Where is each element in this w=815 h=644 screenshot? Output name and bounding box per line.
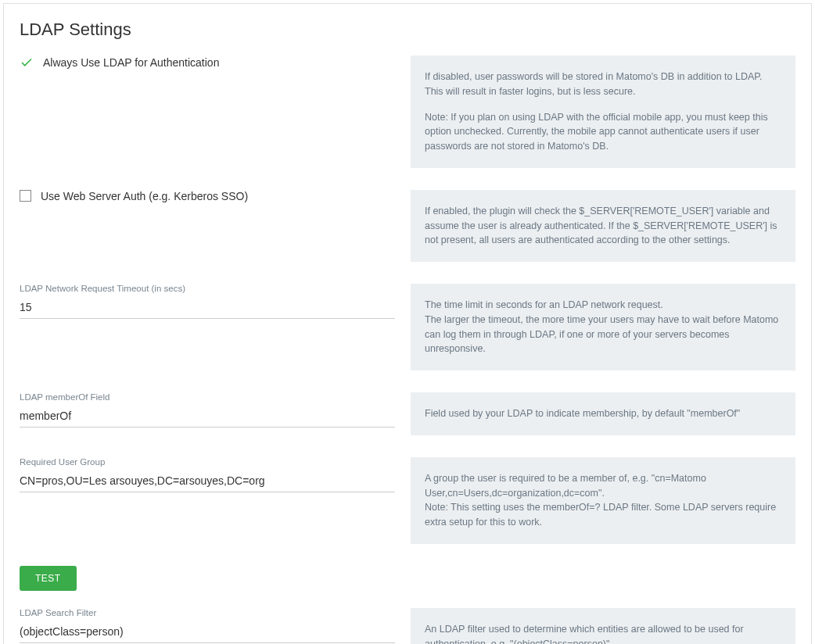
memberof-help: Field used by your LDAP to indicate memb…: [411, 392, 795, 435]
page-title: LDAP Settings: [20, 20, 795, 40]
checkbox-empty-icon: [20, 190, 31, 202]
search-filter-help: An LDAP filter used to determine which e…: [411, 608, 795, 644]
always-ldap-help: If disabled, user passwords will be stor…: [411, 55, 795, 168]
row-web-server-auth: Use Web Server Auth (e.g. Kerberos SSO) …: [20, 190, 795, 262]
row-memberof: LDAP memberOf Field Field used by your L…: [20, 392, 795, 435]
checkmark-icon: [20, 55, 34, 70]
web-server-auth-help: If enabled, the plugin will check the $_…: [411, 190, 795, 262]
required-group-help: A group the user is required to be a mem…: [411, 457, 795, 544]
settings-panel: LDAP Settings Always Use LDAP for Authen…: [3, 3, 812, 644]
always-ldap-label: Always Use LDAP for Authentication: [43, 56, 219, 69]
row-required-group: Required User Group A group the user is …: [20, 457, 795, 544]
always-ldap-toggle[interactable]: Always Use LDAP for Authentication: [20, 55, 395, 70]
search-filter-input[interactable]: [20, 622, 395, 643]
row-always-ldap: Always Use LDAP for Authentication If di…: [20, 55, 795, 168]
web-server-auth-label: Use Web Server Auth (e.g. Kerberos SSO): [41, 190, 248, 202]
timeout-label: LDAP Network Request Timeout (in secs): [20, 284, 395, 293]
required-group-input[interactable]: [20, 471, 395, 492]
test-button-group[interactable]: TEST: [20, 566, 77, 591]
search-filter-label: LDAP Search Filter: [20, 608, 395, 617]
row-search-filter: LDAP Search Filter An LDAP filter used t…: [20, 608, 795, 644]
memberof-label: LDAP memberOf Field: [20, 392, 395, 402]
web-server-auth-toggle[interactable]: Use Web Server Auth (e.g. Kerberos SSO): [20, 190, 395, 202]
memberof-input[interactable]: [20, 406, 395, 428]
required-group-label: Required User Group: [20, 457, 395, 467]
timeout-input[interactable]: [20, 298, 395, 319]
row-timeout: LDAP Network Request Timeout (in secs) T…: [20, 284, 795, 370]
timeout-help: The time limit in seconds for an LDAP ne…: [411, 284, 795, 370]
